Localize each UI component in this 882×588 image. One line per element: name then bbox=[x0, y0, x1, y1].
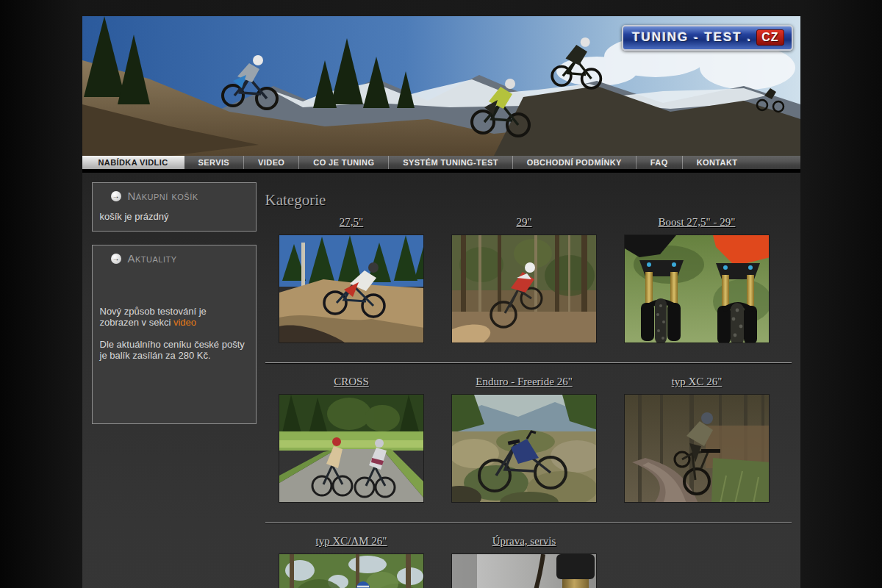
news-box-title: Aktuality bbox=[128, 252, 177, 265]
nav-item-video[interactable]: VIDEO bbox=[243, 156, 298, 169]
nav-item-servis[interactable]: SERVIS bbox=[184, 156, 244, 169]
category-row-1: 27,5" bbox=[265, 215, 792, 343]
category-link-boost[interactable]: Boost 27,5" - 29" bbox=[659, 216, 736, 228]
category-image-xcam26 bbox=[279, 554, 424, 588]
category-row-2: CROSS bbox=[265, 375, 792, 503]
news-box: Aktuality Nový způsob testování je zobra… bbox=[92, 245, 257, 424]
category-cell: typ XC/AM 26" bbox=[265, 534, 438, 588]
site-logo-text: TUNING - TEST . bbox=[632, 30, 752, 45]
site-logo[interactable]: TUNING - TEST . CZ bbox=[622, 25, 793, 51]
nav-item-nabidka-vidlic[interactable]: NABÍDKA VIDLIC bbox=[82, 156, 184, 169]
header-banner: TUNING - TEST . CZ bbox=[82, 16, 800, 156]
content-area: Nákupní košík košík je prázdný Aktuality… bbox=[82, 173, 800, 588]
nav-item-system-tuning-test[interactable]: SYSTÉM TUNING-TEST bbox=[388, 156, 512, 169]
category-cell: typ XC 26" bbox=[611, 375, 784, 503]
nav-item-kontakt[interactable]: KONTAKT bbox=[682, 156, 752, 169]
nav-item-faq[interactable]: FAQ bbox=[636, 156, 682, 169]
category-image-boost bbox=[625, 235, 770, 343]
category-image-enduro bbox=[452, 395, 597, 503]
category-link-27-5[interactable]: 27,5" bbox=[340, 216, 363, 228]
arrow-circle-icon bbox=[111, 254, 121, 264]
main-panel: Kategorie 27,5" bbox=[265, 182, 800, 588]
category-link-uprava-servis[interactable]: Úprava, servis bbox=[492, 535, 556, 547]
cart-status-text: košík je prázdný bbox=[100, 211, 248, 222]
category-link-enduro[interactable]: Enduro - Freeride 26" bbox=[476, 376, 573, 387]
category-cell: 29" bbox=[438, 215, 611, 343]
category-cell: Úprava, servis bbox=[438, 534, 611, 588]
nav-item-obchodni-podminky[interactable]: OBCHODNÍ PODMÍNKY bbox=[512, 156, 636, 169]
category-thumb-xcam26[interactable] bbox=[279, 553, 424, 588]
row-divider bbox=[265, 362, 792, 363]
category-cell: Boost 27,5" - 29" bbox=[611, 215, 784, 343]
category-thumb-cross[interactable] bbox=[279, 394, 424, 503]
category-cell: CROSS bbox=[265, 375, 438, 503]
category-link-xc26[interactable]: typ XC 26" bbox=[672, 376, 723, 387]
category-thumb-uprava-servis[interactable] bbox=[451, 553, 597, 588]
page-wrapper: TUNING - TEST . CZ NABÍDKA VIDLIC SERVIS… bbox=[82, 16, 800, 588]
category-thumb-27-5[interactable] bbox=[279, 234, 424, 343]
news-body: Nový způsob testování je zobrazen v sekc… bbox=[100, 306, 248, 415]
category-image-cross bbox=[279, 395, 424, 503]
nav-item-co-je-tuning[interactable]: CO JE TUNING bbox=[298, 156, 388, 169]
site-logo-cz-badge: CZ bbox=[756, 29, 784, 46]
category-thumb-boost[interactable] bbox=[624, 234, 770, 343]
category-image-29 bbox=[452, 235, 597, 343]
main-nav: NABÍDKA VIDLIC SERVIS VIDEO CO JE TUNING… bbox=[82, 156, 800, 173]
cart-box: Nákupní košík košík je prázdný bbox=[92, 182, 257, 232]
category-cell: 27,5" bbox=[265, 215, 438, 343]
category-image-27-5 bbox=[279, 235, 424, 343]
category-link-cross[interactable]: CROSS bbox=[334, 376, 369, 387]
category-cell-empty bbox=[611, 534, 784, 588]
cart-box-header: Nákupní košík bbox=[100, 190, 248, 202]
category-row-3: typ XC/AM 26" bbox=[265, 534, 792, 588]
news-line-1: Nový způsob testování je zobrazen v sekc… bbox=[100, 306, 248, 329]
category-thumb-xc26[interactable] bbox=[624, 394, 770, 503]
category-link-29[interactable]: 29" bbox=[516, 216, 531, 228]
category-thumb-29[interactable] bbox=[451, 234, 597, 343]
category-image-uprava-servis bbox=[452, 554, 597, 588]
sidebar: Nákupní košík košík je prázdný Aktuality… bbox=[92, 182, 257, 588]
category-link-xcam26[interactable]: typ XC/AM 26" bbox=[316, 535, 387, 547]
category-cell: Enduro - Freeride 26" bbox=[438, 375, 611, 503]
cart-box-title: Nákupní košík bbox=[128, 190, 198, 202]
news-line-2: Dle aktuálního ceníku české pošty je bal… bbox=[100, 339, 248, 362]
page-title: Kategorie bbox=[265, 191, 792, 209]
news-box-header: Aktuality bbox=[100, 252, 248, 265]
arrow-circle-icon bbox=[111, 191, 121, 201]
news-video-link[interactable]: video bbox=[173, 317, 196, 328]
category-image-xc26 bbox=[625, 395, 770, 503]
row-divider bbox=[265, 522, 792, 523]
category-thumb-enduro[interactable] bbox=[451, 394, 597, 503]
